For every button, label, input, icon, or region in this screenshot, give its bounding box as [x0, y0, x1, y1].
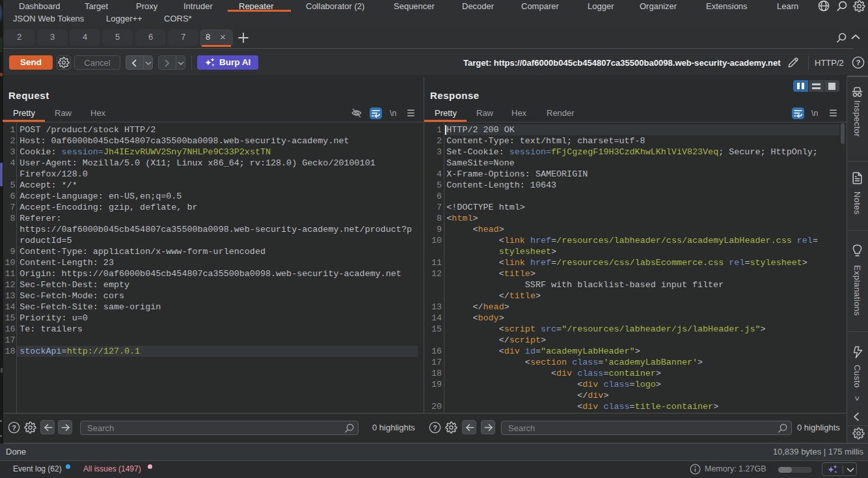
svg-text:?: ? [856, 59, 860, 66]
svg-text:?: ? [12, 424, 16, 432]
svg-text:?: ? [433, 424, 437, 432]
